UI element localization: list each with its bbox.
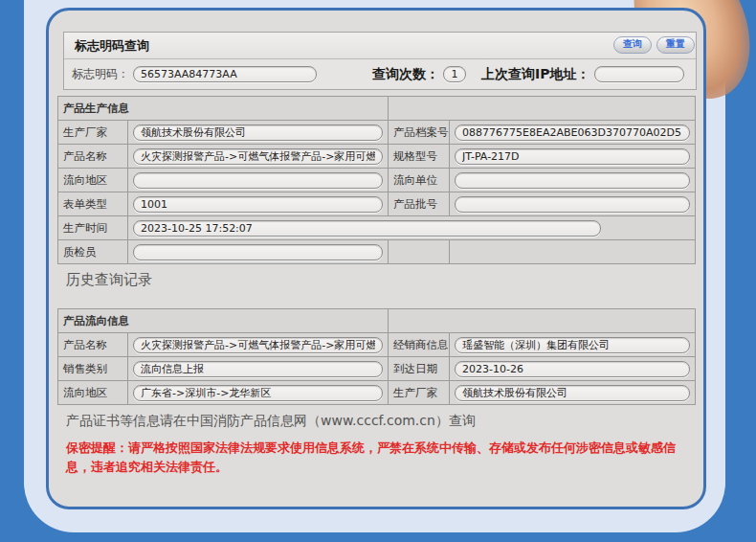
flow-info-table: 产品流向信息 产品名称 经销商信息 销售类别 到达日期 流向地区 生产厂家 bbox=[57, 308, 696, 405]
prod-time-input[interactable] bbox=[133, 220, 601, 237]
archive-no-label: 产品档案号 bbox=[389, 121, 450, 145]
query-result-panel: 标志明码查询 查询 重置 标志明码： 查询次数： 上次查询IP地址： 产品生产信… bbox=[46, 8, 706, 509]
flow-area2-label: 流向地区 bbox=[58, 381, 128, 405]
empty-cell bbox=[450, 240, 696, 264]
flow-area2-input[interactable] bbox=[133, 385, 383, 401]
query-button[interactable]: 查询 bbox=[613, 36, 652, 54]
flow-area-input[interactable] bbox=[133, 172, 383, 189]
empty-cell bbox=[389, 309, 696, 333]
inspector-label: 质检员 bbox=[58, 240, 128, 264]
flow-unit-input[interactable] bbox=[455, 172, 690, 189]
flow-manufacturer-input[interactable] bbox=[455, 385, 690, 401]
flow-section-header: 产品流向信息 bbox=[58, 309, 389, 333]
flow-product-name-input[interactable] bbox=[133, 337, 383, 353]
table-row: 质检员 bbox=[58, 240, 696, 264]
table-row: 生产时间 bbox=[58, 216, 696, 240]
table-row: 表单类型 产品批号 bbox=[58, 192, 696, 216]
query-count-input[interactable] bbox=[443, 66, 466, 82]
flow-unit-label: 流向单位 bbox=[389, 169, 450, 192]
cert-info-note: 产品证书等信息请在中国消防产品信息网（www.cccf.com.cn）查询 bbox=[66, 413, 476, 430]
dealer-label: 经销商信息 bbox=[389, 333, 450, 357]
flow-area-label: 流向地区 bbox=[58, 169, 128, 192]
title-bar: 标志明码查询 查询 重置 bbox=[64, 33, 696, 59]
query-count-label: 查询次数： bbox=[372, 66, 439, 83]
product-name-label: 产品名称 bbox=[58, 145, 128, 169]
sale-type-label: 销售类别 bbox=[58, 357, 128, 381]
table-row: 流向地区 流向单位 bbox=[58, 169, 696, 192]
manufacturer-input[interactable] bbox=[133, 124, 383, 141]
spec-model-input[interactable] bbox=[455, 148, 690, 165]
last-ip-label: 上次查询IP地址： bbox=[481, 66, 589, 83]
table-row: 流向地区 生产厂家 bbox=[58, 381, 696, 405]
code-input[interactable] bbox=[133, 66, 317, 82]
arrive-date-label: 到达日期 bbox=[389, 357, 450, 381]
product-name-input[interactable] bbox=[133, 148, 383, 165]
toolbar: 查询 重置 bbox=[613, 36, 695, 54]
dealer-input[interactable] bbox=[455, 337, 690, 353]
query-bar: 标志明码： 查询次数： 上次查询IP地址： bbox=[64, 59, 696, 89]
arrive-date-input[interactable] bbox=[455, 361, 690, 377]
table-row: 产品名称 经销商信息 bbox=[58, 333, 696, 357]
table-row: 生产厂家 产品档案号 bbox=[58, 121, 696, 145]
manufacturer-label: 生产厂家 bbox=[58, 121, 128, 145]
history-query-title: 历史查询记录 bbox=[66, 271, 152, 289]
inspector-input[interactable] bbox=[133, 244, 383, 260]
table-row: 产品名称 规格型号 bbox=[58, 145, 696, 169]
batch-no-input[interactable] bbox=[455, 196, 690, 213]
flow-manufacturer-label: 生产厂家 bbox=[389, 381, 450, 405]
security-warning-note: 保密提醒：请严格按照国家法律法规要求使用信息系统，严禁在系统中传输、存储或发布任… bbox=[66, 439, 688, 477]
table-row: 产品生产信息 bbox=[58, 97, 696, 121]
form-type-label: 表单类型 bbox=[58, 192, 128, 216]
flow-product-name-label: 产品名称 bbox=[58, 333, 128, 357]
sale-type-input[interactable] bbox=[133, 361, 383, 377]
spec-model-label: 规格型号 bbox=[389, 145, 450, 169]
reset-button[interactable]: 重置 bbox=[656, 36, 695, 54]
last-ip-input[interactable] bbox=[594, 66, 684, 82]
empty-cell bbox=[389, 240, 450, 264]
production-section-header: 产品生产信息 bbox=[58, 97, 389, 121]
empty-cell bbox=[389, 97, 696, 121]
form-type-input[interactable] bbox=[133, 196, 383, 213]
archive-no-input[interactable] bbox=[455, 124, 690, 141]
table-row: 产品流向信息 bbox=[58, 309, 696, 333]
batch-no-label: 产品批号 bbox=[389, 192, 450, 216]
table-row: 销售类别 到达日期 bbox=[58, 357, 696, 381]
prod-time-label: 生产时间 bbox=[58, 216, 128, 240]
page-title: 标志明码查询 bbox=[75, 37, 149, 55]
production-info-table: 产品生产信息 生产厂家 产品档案号 产品名称 规格型号 流向地区 流向单位 表单… bbox=[57, 96, 696, 264]
code-label: 标志明码： bbox=[72, 66, 129, 82]
query-header-box: 标志明码查询 查询 重置 标志明码： 查询次数： 上次查询IP地址： bbox=[63, 32, 697, 90]
